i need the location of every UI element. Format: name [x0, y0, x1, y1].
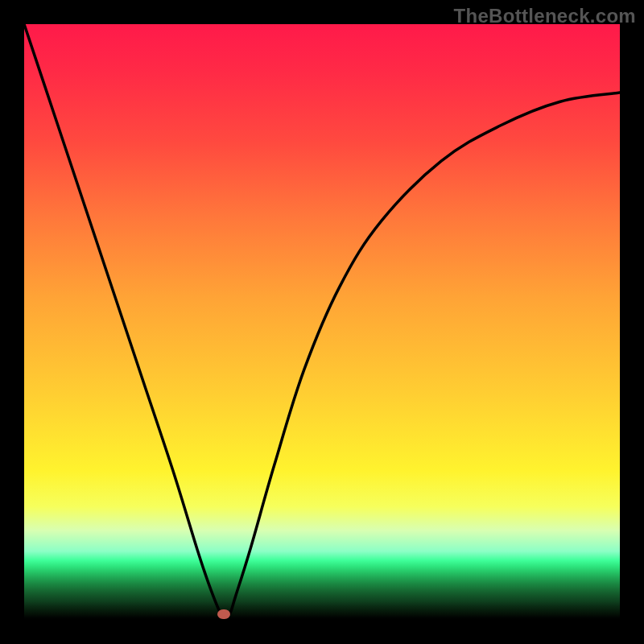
watermark-text: TheBottleneck.com: [454, 5, 636, 27]
plot-area: [24, 24, 620, 620]
bottleneck-curve: [24, 24, 620, 620]
chart-frame: TheBottleneck.com: [0, 0, 644, 644]
optimum-marker: [217, 609, 230, 619]
